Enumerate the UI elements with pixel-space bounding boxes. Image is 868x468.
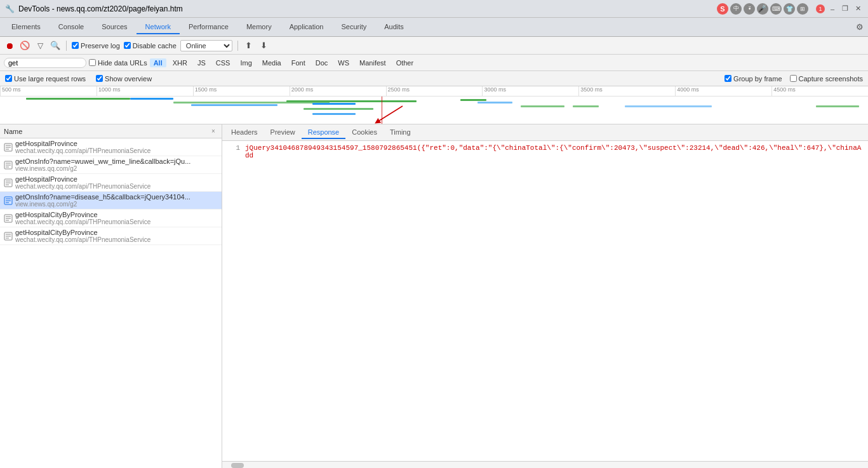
- request-item-selected[interactable]: getOnsInfo?name=disease_h5&callback=jQue…: [0, 192, 222, 210]
- preserve-log-checkbox[interactable]: Preserve log: [72, 42, 120, 50]
- filter-font[interactable]: Font: [288, 58, 309, 67]
- filter-media[interactable]: Media: [258, 58, 285, 67]
- clear-button[interactable]: 🚫: [19, 40, 30, 51]
- search-icon[interactable]: 🔍: [50, 40, 61, 51]
- title-bar: 🔧 DevTools - news.qq.com/zt2020/page/fei…: [0, 0, 868, 18]
- file-icon: [4, 143, 13, 152]
- svg-line-0: [377, 106, 403, 122]
- tl-bar-7: [304, 108, 373, 110]
- tick-3000: 3000 ms: [482, 86, 578, 96]
- request-item[interactable]: getHospitalCityByProvince wechat.wecity.…: [0, 210, 222, 227]
- request-info: getHospitalCityByProvince wechat.wecity.…: [15, 229, 218, 243]
- request-info: getOnsInfo?name=disease_h5&callback=jQue…: [15, 193, 218, 208]
- tl-bar-10: [477, 102, 512, 104]
- options-bar: Use large request rows Show overview Gro…: [0, 71, 868, 86]
- minimize-button[interactable]: –: [827, 4, 838, 14]
- horizontal-scrollbar[interactable]: [222, 461, 868, 468]
- ext-icon-shirt[interactable]: 👕: [784, 3, 795, 15]
- tab-bar: Elements Console Sources Network Perform…: [0, 18, 868, 37]
- filter-bar: Hide data URLs All XHR JS CSS Img Media …: [0, 55, 868, 71]
- tab-headers[interactable]: Headers: [225, 126, 264, 139]
- settings-icon[interactable]: ⚙: [854, 22, 865, 33]
- tab-audits[interactable]: Audits: [375, 20, 413, 34]
- record-button[interactable]: ⏺: [4, 40, 15, 51]
- group-by-frame-checkbox[interactable]: Group by frame: [724, 75, 782, 83]
- tl-bar-11: [521, 105, 564, 107]
- tl-bar-12: [573, 105, 599, 107]
- line-number: 1: [227, 144, 240, 159]
- tl-bar-8: [312, 113, 356, 115]
- tab-memory[interactable]: Memory: [237, 20, 281, 34]
- tick-3500: 3500 ms: [578, 86, 675, 96]
- disable-cache-checkbox[interactable]: Disable cache: [124, 42, 177, 50]
- tab-application[interactable]: Application: [281, 20, 333, 34]
- timeline-ruler: 500 ms 1000 ms 1500 ms 2000 ms 2500 ms 3…: [0, 86, 868, 97]
- ext-icon-kb[interactable]: ⌨: [770, 3, 782, 15]
- ext-icon-s[interactable]: S: [717, 3, 728, 15]
- title-bar-right: S 中 •̈ 🎤 ⌨ 👕 ⊞ 1 – ❐ ✕: [717, 3, 863, 15]
- tab-preview[interactable]: Preview: [264, 126, 302, 139]
- request-item[interactable]: getHospitalProvince wechat.wecity.qq.com…: [0, 174, 222, 192]
- tab-security[interactable]: Security: [332, 20, 375, 34]
- tab-sources[interactable]: Sources: [93, 20, 136, 34]
- scrollbar-thumb[interactable]: [231, 463, 244, 468]
- tab-cookies[interactable]: Cookies: [345, 126, 384, 139]
- tl-bar-1: [26, 98, 130, 100]
- response-content[interactable]: 1 jQuery341046878949343154597_1580792865…: [222, 141, 868, 461]
- filter-doc[interactable]: Doc: [312, 58, 332, 67]
- filter-manifest[interactable]: Manifest: [356, 58, 390, 67]
- response-line: 1 jQuery341046878949343154597_1580792865…: [225, 144, 865, 160]
- ext-icon-grid[interactable]: ⊞: [797, 3, 808, 15]
- filter-js[interactable]: JS: [194, 58, 210, 67]
- ext-icon-mic[interactable]: 🎤: [757, 3, 768, 15]
- export-button[interactable]: ⬇: [258, 40, 270, 51]
- request-item[interactable]: getHospitalCityByProvince wechat.wecity.…: [0, 227, 222, 245]
- search-input[interactable]: [4, 58, 86, 68]
- timeline[interactable]: 500 ms 1000 ms 1500 ms 2000 ms 2500 ms 3…: [0, 86, 868, 124]
- tl-bar-5: [286, 100, 417, 102]
- response-tab-bar: Headers Preview Response Cookies Timing: [222, 124, 868, 141]
- timeline-bars: [0, 97, 868, 124]
- import-button[interactable]: ⬆: [243, 40, 255, 51]
- filter-ws[interactable]: WS: [334, 58, 353, 67]
- tab-response[interactable]: Response: [302, 126, 346, 139]
- tab-network[interactable]: Network: [137, 20, 180, 34]
- title-bar-left: 🔧 DevTools - news.qq.com/zt2020/page/fei…: [5, 4, 183, 13]
- ext-icon-dot[interactable]: •̈: [744, 3, 755, 15]
- request-info: getHospitalProvince wechat.wecity.qq.com…: [15, 175, 218, 190]
- capture-screenshots-checkbox[interactable]: Capture screenshots: [790, 75, 864, 83]
- filter-all[interactable]: All: [150, 58, 166, 67]
- throttle-select[interactable]: Online Fast 3G Slow 3G Offline: [180, 40, 232, 51]
- ext-icon-zh[interactable]: 中: [730, 3, 742, 15]
- request-item[interactable]: getOnsInfo?name=wuwei_ww_time_line&callb…: [0, 156, 222, 174]
- tick-2500: 2500 ms: [386, 86, 483, 96]
- separator1: [66, 41, 67, 51]
- show-overview-checkbox[interactable]: Show overview: [96, 75, 152, 83]
- tab-console[interactable]: Console: [50, 20, 93, 34]
- network-toolbar: ⏺ 🚫 ▽ 🔍 Preserve log Disable cache Onlin…: [0, 37, 868, 55]
- restore-button[interactable]: ❐: [840, 4, 850, 14]
- tick-4500: 4500 ms: [771, 86, 868, 96]
- filter-img[interactable]: Img: [236, 58, 255, 67]
- tick-1000: 1000 ms: [97, 86, 193, 96]
- close-detail-button[interactable]: ×: [209, 127, 218, 136]
- filter-css[interactable]: CSS: [212, 58, 234, 67]
- request-info: getHospitalCityByProvince wechat.wecity.…: [15, 211, 218, 225]
- request-item[interactable]: getHospitalProvince wechat.wecity.qq.com…: [0, 138, 222, 156]
- tl-bar-14: [816, 105, 859, 107]
- filter-icon[interactable]: ▽: [34, 40, 46, 51]
- tab-performance[interactable]: Performance: [180, 20, 237, 34]
- arrow-annotation: [364, 103, 415, 124]
- tl-bar-6: [312, 103, 356, 105]
- file-icon: [4, 214, 13, 223]
- tl-bar-4: [191, 104, 278, 106]
- filter-other[interactable]: Other: [392, 58, 418, 67]
- hide-data-urls-checkbox[interactable]: Hide data URLs: [89, 59, 147, 67]
- close-button[interactable]: ✕: [853, 4, 863, 14]
- tick-4000: 4000 ms: [675, 86, 771, 96]
- filter-xhr[interactable]: XHR: [169, 58, 191, 67]
- tab-elements[interactable]: Elements: [3, 20, 50, 34]
- tab-timing[interactable]: Timing: [384, 126, 417, 139]
- window-title: DevTools - news.qq.com/zt2020/page/feiya…: [18, 4, 183, 13]
- large-rows-checkbox[interactable]: Use large request rows: [5, 75, 86, 83]
